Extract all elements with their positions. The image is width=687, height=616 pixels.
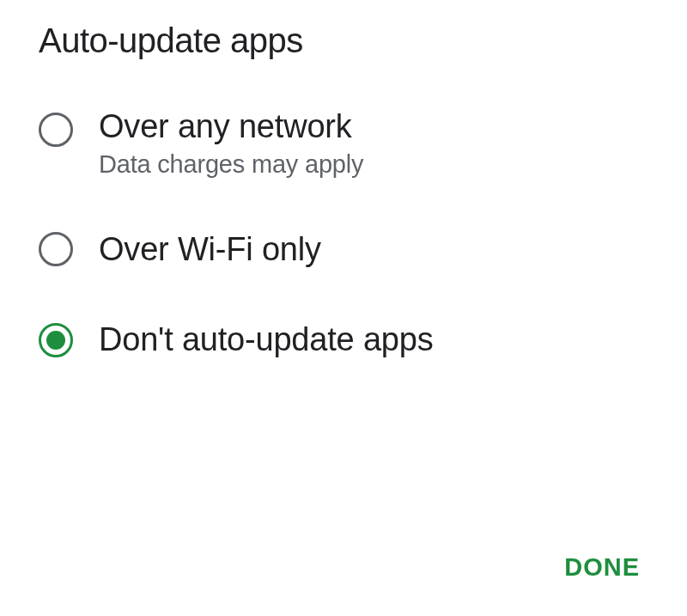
option-label: Don't auto-update apps	[99, 320, 433, 360]
radio-group: Over any network Data charges may apply …	[39, 107, 653, 360]
option-text: Over any network Data charges may apply	[99, 107, 363, 179]
option-label: Over any network	[99, 107, 363, 147]
radio-unchecked-icon	[39, 232, 73, 266]
radio-unchecked-icon	[39, 113, 73, 147]
option-sublabel: Data charges may apply	[99, 150, 363, 179]
option-over-wifi-only[interactable]: Over Wi-Fi only	[39, 230, 653, 270]
option-text: Don't auto-update apps	[99, 320, 433, 360]
option-label: Over Wi-Fi only	[99, 230, 321, 270]
option-text: Over Wi-Fi only	[99, 230, 321, 270]
option-dont-auto-update[interactable]: Don't auto-update apps	[39, 320, 653, 360]
option-over-any-network[interactable]: Over any network Data charges may apply	[39, 107, 653, 179]
radio-checked-icon	[39, 323, 73, 357]
dialog-title: Auto-update apps	[39, 21, 653, 60]
done-button[interactable]: DONE	[564, 553, 640, 582]
